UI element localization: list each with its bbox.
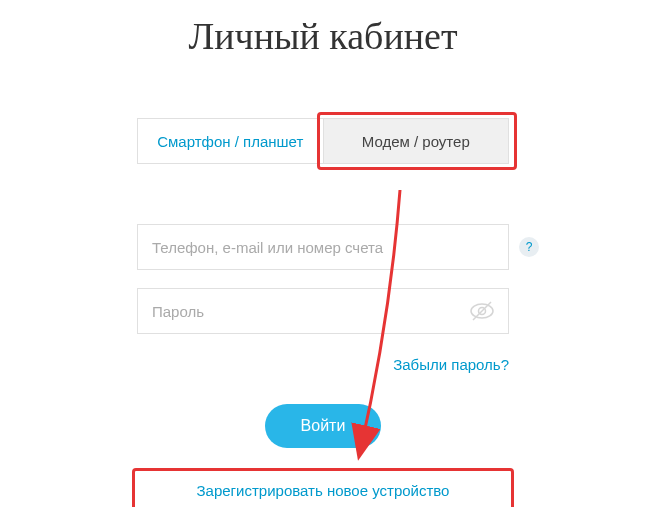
help-icon[interactable]: ? [519, 237, 539, 257]
forgot-link-row: Забыли пароль? [137, 356, 509, 374]
eye-off-icon[interactable] [469, 300, 495, 322]
password-row [137, 288, 509, 334]
page-title: Личный кабинет [0, 14, 646, 58]
password-input[interactable] [137, 288, 509, 334]
tab-smartphone[interactable]: Смартфон / планшет [138, 119, 323, 163]
login-input[interactable] [137, 224, 509, 270]
register-wrap: Зарегистрировать новое устройство [137, 470, 509, 507]
login-button[interactable]: Войти [265, 404, 381, 448]
login-form: Смартфон / планшет Модем / роутер ? Забы… [137, 118, 509, 507]
tab-modem[interactable]: Модем / роутер [323, 119, 509, 163]
register-device-link[interactable]: Зарегистрировать новое устройство [137, 470, 509, 507]
input-group: ? [137, 224, 509, 334]
login-row: ? [137, 224, 509, 270]
device-tabs: Смартфон / планшет Модем / роутер [137, 118, 509, 164]
forgot-password-link[interactable]: Забыли пароль? [393, 356, 509, 373]
